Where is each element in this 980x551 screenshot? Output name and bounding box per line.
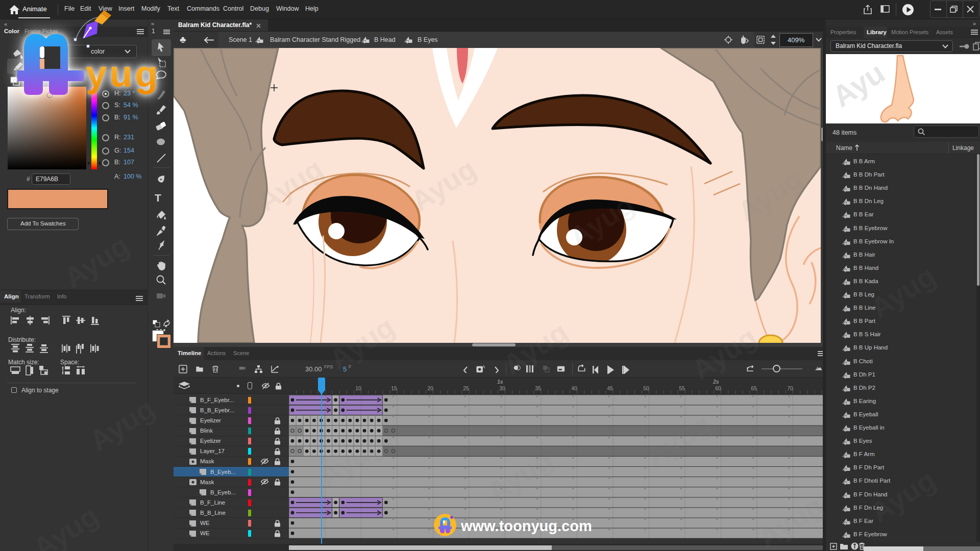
svg-text:www.toonyug.com: www.toonyug.com — [460, 518, 592, 534]
svg-text:yug: yug — [86, 53, 161, 95]
svg-text:A: A — [482, 364, 485, 369]
